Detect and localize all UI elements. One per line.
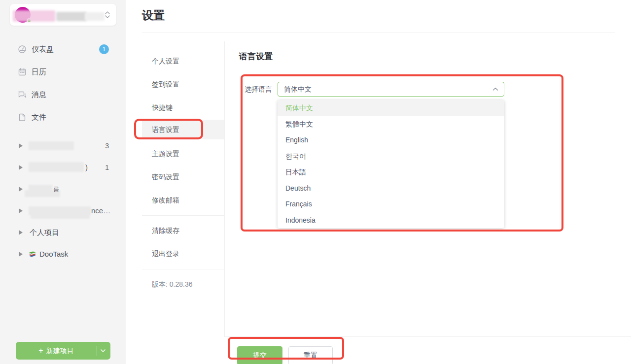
chevron-up-icon	[492, 87, 498, 91]
project-row-personal[interactable]: 个人项目	[0, 222, 126, 243]
calendar-icon	[18, 67, 27, 76]
new-project-label: +新建项目	[16, 342, 97, 360]
sidebar: 仪表盘 1 日历 消息	[0, 0, 126, 364]
menu-item-personal-settings[interactable]: 个人设置	[142, 51, 224, 71]
sidebar-item-files[interactable]: 文件	[0, 106, 126, 129]
menu-item-checkin-settings[interactable]: 签到设置	[142, 74, 224, 94]
sidebar-item-label: 仪表盘	[32, 38, 54, 61]
dropdown-option-japanese[interactable]: 日本語	[278, 164, 504, 180]
menu-group-divider	[142, 215, 224, 216]
project-name: DooTask	[39, 243, 68, 265]
dropdown-option-korean[interactable]: 한국어	[278, 148, 504, 165]
caret-right-icon[interactable]	[19, 143, 23, 148]
page-title: 设置	[142, 8, 165, 23]
dropdown-option-zh-tw[interactable]: 繁體中文	[278, 116, 504, 132]
sidebar-item-calendar[interactable]: 日历	[0, 61, 126, 83]
caret-right-icon[interactable]	[19, 165, 23, 170]
dropdown-option-german[interactable]: Deutsch	[278, 180, 504, 197]
sidebar-item-messages[interactable]: 消息	[0, 83, 126, 106]
menu-item-password-settings[interactable]: 密码设置	[142, 167, 224, 187]
sidebar-item-label: 消息	[32, 83, 46, 106]
books-icon	[28, 250, 36, 258]
button-divider	[97, 346, 97, 356]
select-language-label: 选择语言	[245, 82, 272, 97]
project-row[interactable]: nce…	[0, 200, 126, 222]
dropdown-option-english[interactable]: English	[278, 132, 504, 148]
dashboard-icon	[18, 45, 27, 54]
menu-item-logout[interactable]: 退出登录	[142, 244, 224, 264]
language-select[interactable]: 简体中文	[278, 82, 504, 97]
project-row[interactable]: 름	[0, 178, 126, 200]
caret-right-icon[interactable]	[19, 252, 23, 257]
plus-icon: +	[38, 346, 43, 355]
caret-right-icon[interactable]	[19, 187, 23, 192]
menu-group-divider	[142, 269, 224, 269]
new-project-button[interactable]: +新建项目	[16, 342, 110, 360]
footer-divider	[224, 336, 631, 337]
submit-button[interactable]: 提交	[237, 346, 282, 364]
project-row[interactable]: 3	[0, 135, 126, 157]
workspace-switcher-icon[interactable]	[105, 10, 110, 19]
panel-heading: 语言设置	[239, 51, 273, 62]
project-name-fragment: 름	[53, 178, 59, 200]
project-name-fragment: )	[85, 157, 88, 178]
project-name: 个人项目	[30, 222, 59, 243]
notification-badge: 1	[99, 44, 109, 54]
blurred-project-name	[29, 162, 84, 172]
project-count: 1	[105, 157, 109, 178]
project-name-fragment: nce…	[91, 200, 110, 222]
menu-item-change-email[interactable]: 修改邮箱	[142, 190, 224, 210]
sidebar-item-dashboard[interactable]: 仪表盘 1	[0, 38, 126, 61]
blurred-avatar-overlay	[13, 10, 55, 22]
version-label: 版本: 0.28.36	[152, 274, 231, 294]
project-row-dootask[interactable]: DooTask	[0, 243, 126, 265]
message-icon	[18, 90, 27, 99]
main-content: 设置 个人设置 签到设置 快捷键 语言设置 主题设置 密码设置 修改邮箱 清除缓…	[126, 0, 631, 364]
sidebar-item-label: 日历	[32, 61, 46, 83]
file-icon	[18, 113, 27, 122]
reset-button[interactable]: 重置	[288, 346, 333, 364]
chevron-down-icon[interactable]	[101, 349, 105, 353]
blurred-workspace-name-2	[85, 12, 105, 21]
menu-item-clear-cache[interactable]: 清除缓存	[142, 221, 224, 240]
menu-item-language-settings[interactable]: 语言设置	[142, 120, 224, 139]
caret-right-icon[interactable]	[19, 230, 23, 235]
sidebar-item-label: 文件	[32, 106, 46, 129]
workspace-card[interactable]	[10, 4, 116, 26]
selected-language-value: 简体中文	[284, 82, 312, 96]
blurred-project-name	[29, 141, 74, 150]
dropdown-option-french[interactable]: Français	[278, 196, 504, 212]
project-count: 3	[105, 135, 109, 157]
menu-item-shortcuts[interactable]: 快捷键	[142, 98, 224, 117]
menu-item-theme-settings[interactable]: 主题设置	[142, 144, 224, 164]
blurred-workspace-name	[56, 12, 87, 21]
project-row[interactable]: ) 1	[0, 157, 126, 178]
language-dropdown: 简体中文 繁體中文 English 한국어 日本語 Deutsch França…	[278, 100, 504, 228]
header-divider	[142, 33, 615, 33]
dropdown-option-indonesian[interactable]: Indonesia	[278, 212, 504, 229]
dropdown-option-zh-cn[interactable]: 简体中文	[278, 100, 504, 116]
blurred-project-name-2	[31, 212, 90, 219]
app-window: 仪表盘 1 日历 消息	[0, 0, 631, 364]
caret-right-icon[interactable]	[19, 208, 23, 213]
